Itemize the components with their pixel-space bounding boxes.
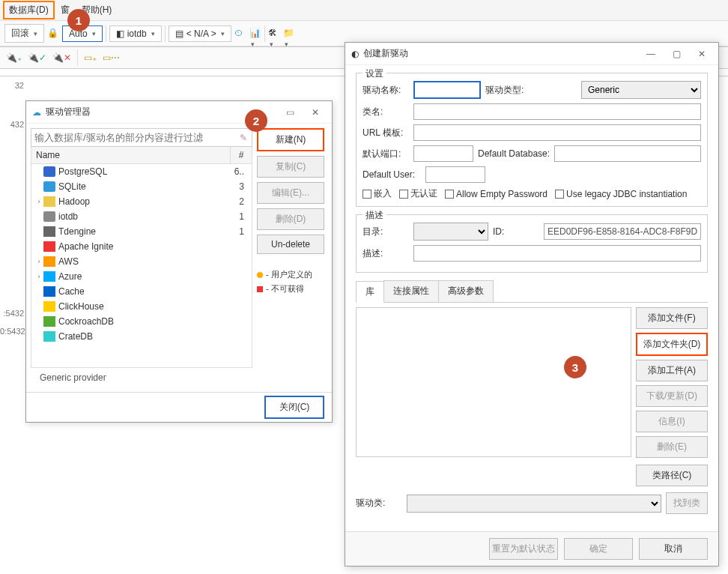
noauth-checkbox[interactable]: 无认证 — [399, 187, 437, 200]
database-icon: ☁ — [32, 107, 41, 118]
driver-name: Tdengine — [58, 226, 231, 237]
legacy-jdbc-checkbox[interactable]: Use legacy JDBC instantiation — [555, 189, 687, 199]
close-icon[interactable]: ✕ — [691, 49, 712, 59]
list-item[interactable]: CrateDB — [31, 329, 252, 344]
list-item[interactable]: CockroachDB — [31, 314, 252, 329]
driver-icon — [43, 286, 55, 297]
list-item[interactable]: Tdengine1 — [31, 224, 252, 239]
filter-field[interactable]: ✎ — [31, 128, 252, 147]
list-item[interactable]: ›Hadoop2 — [31, 194, 252, 209]
driver-count: 1 — [231, 211, 249, 222]
driver-name: Hadoop — [58, 196, 231, 207]
rollback-button[interactable]: 回滚 — [4, 24, 44, 43]
driver-count: 6.. — [231, 166, 249, 177]
dialog-title: 创建新驱动 — [363, 47, 408, 60]
driver-list[interactable]: PostgreSQL6..SQLite3›Hadoop2iotdb1Tdengi… — [31, 164, 252, 368]
ok-button[interactable]: 确定 — [564, 538, 633, 560]
driver-icon — [43, 211, 55, 222]
chart-icon[interactable]: 📊 — [249, 28, 261, 40]
reset-button[interactable]: 重置为默认状态 — [489, 538, 558, 560]
embedded-checkbox[interactable]: 嵌入 — [363, 187, 392, 200]
new-connection-icon[interactable]: 🔌₊ — [6, 52, 22, 63]
undelete-button[interactable]: Un-delete — [257, 235, 324, 254]
tool-icon[interactable]: 🛠 — [268, 28, 280, 40]
driver-icon — [43, 181, 55, 192]
list-item[interactable]: Apache Ignite — [31, 239, 252, 254]
library-list[interactable] — [356, 307, 631, 457]
driver-class-select[interactable] — [407, 495, 661, 513]
list-item[interactable]: PostgreSQL6.. — [31, 164, 252, 179]
left-gutter: 32 432 :5432 0:5432 — [0, 72, 25, 345]
tab-advanced[interactable]: 高级参数 — [438, 280, 494, 302]
list-header: Name # — [31, 147, 252, 164]
driver-class-label: 驱动类: — [356, 497, 402, 510]
close-icon[interactable]: ✕ — [305, 107, 326, 118]
tabstrip: 库 连接属性 高级参数 — [356, 280, 708, 303]
driver-name: SQLite — [58, 181, 231, 192]
info-button[interactable]: 信息(I) — [636, 411, 708, 432]
maximize-icon[interactable]: ▭ — [279, 107, 300, 118]
class-name-input[interactable] — [413, 103, 701, 120]
class-name-label: 类名: — [363, 106, 409, 118]
find-class-button[interactable]: 找到类 — [666, 492, 708, 514]
dot-user-icon — [257, 272, 263, 278]
add-folder-button[interactable]: 添加文件夹(D) — [636, 333, 708, 356]
new-button[interactable]: 新建(N) — [257, 128, 324, 151]
driver-name-input[interactable] — [413, 81, 481, 99]
list-item[interactable]: SQLite3 — [31, 179, 252, 194]
delete-button[interactable]: 删除(D) — [257, 208, 324, 230]
tab-conn-props[interactable]: 连接属性 — [383, 280, 439, 302]
list-item[interactable]: iotdb1 — [31, 209, 252, 224]
col-count[interactable]: # — [231, 147, 252, 163]
close-button[interactable]: 关闭(C) — [264, 396, 324, 419]
dashboard-icon[interactable]: ⏲ — [234, 28, 246, 40]
id-input[interactable] — [544, 223, 701, 240]
driver-type-select[interactable]: Generic — [581, 81, 701, 99]
driver-icon — [43, 331, 55, 342]
minimize-icon[interactable]: — — [640, 49, 661, 59]
desc-label: 描述: — [363, 247, 409, 260]
edit-filter-icon[interactable]: ✎ — [235, 133, 252, 143]
list-item[interactable]: ClickHouse — [31, 299, 252, 314]
add-artifact-button[interactable]: 添加工件(A) — [636, 360, 708, 381]
edit-button[interactable]: 编辑(E)... — [257, 182, 324, 204]
category-select[interactable] — [413, 223, 488, 241]
list-item[interactable]: ›Azure — [31, 269, 252, 284]
menu-database[interactable]: 数据库(D) — [3, 1, 55, 19]
classpath-button[interactable]: 类路径(C) — [636, 465, 708, 486]
create-driver-dialog: ◐ 创建新驱动 — ▢ ✕ 设置 驱动名称: 驱动类型: Generic 类名: — [345, 42, 719, 567]
sql-script-icon[interactable]: ▭⋯ — [103, 52, 120, 63]
driver-type-label: 驱动类型: — [485, 84, 532, 97]
filter-input[interactable] — [31, 129, 235, 146]
connection-dropdown[interactable]: ◧ iotdb — [109, 25, 162, 42]
settings-group: 设置 驱动名称: 驱动类型: Generic 类名: URL 模板: 默认端口: — [356, 73, 708, 207]
folder-icon[interactable]: 📁 — [283, 28, 295, 40]
maximize-icon[interactable]: ▢ — [666, 49, 687, 59]
add-file-button[interactable]: 添加文件(F) — [636, 307, 708, 329]
connect-icon[interactable]: 🔌✓ — [28, 52, 46, 63]
col-name[interactable]: Name — [31, 147, 231, 163]
sql-editor-icon[interactable]: ▭₊ — [84, 52, 97, 63]
empty-password-checkbox[interactable]: Allow Empty Password — [445, 189, 547, 199]
desc-input[interactable] — [413, 245, 701, 262]
driver-icon — [43, 316, 55, 327]
cancel-button[interactable]: 取消 — [639, 538, 708, 560]
default-user-input[interactable] — [425, 166, 485, 183]
driver-icon — [43, 241, 55, 252]
download-button[interactable]: 下载/更新(D) — [636, 385, 708, 407]
schema-dropdown[interactable]: ▤ < N/A > — [169, 25, 231, 42]
driver-name: ClickHouse — [58, 301, 231, 312]
default-port-input[interactable] — [413, 145, 473, 162]
lib-delete-button[interactable]: 删除(E) — [636, 436, 708, 458]
default-user-label: Default User: — [363, 169, 421, 180]
disconnect-icon[interactable]: 🔌✕ — [52, 52, 71, 63]
tab-libraries[interactable]: 库 — [356, 281, 384, 303]
menubar: 数据库(D) 窗 帮助(H) — [0, 0, 728, 21]
list-item[interactable]: Cache — [31, 284, 252, 299]
default-db-label: Default Database: — [478, 148, 550, 159]
default-db-input[interactable] — [554, 145, 701, 162]
url-template-input[interactable] — [413, 124, 701, 141]
lock-icon[interactable]: 🔒 — [47, 28, 59, 40]
copy-button[interactable]: 复制(C) — [257, 156, 324, 178]
list-item[interactable]: ›AWS — [31, 254, 252, 269]
